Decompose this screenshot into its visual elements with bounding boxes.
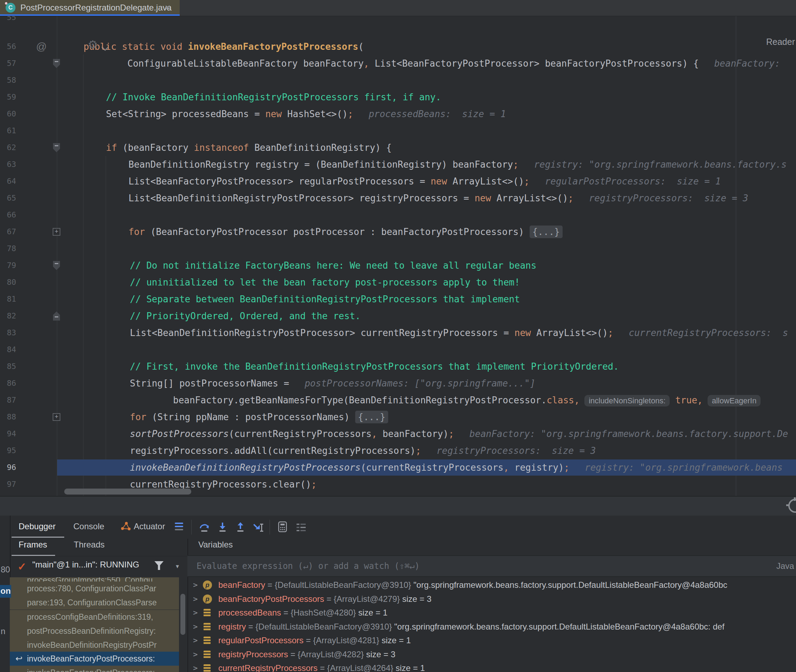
- expand-chevron-icon[interactable]: >: [193, 661, 197, 672]
- line-number[interactable]: 84: [0, 341, 16, 358]
- line-number[interactable]: 67: [0, 223, 16, 240]
- expand-chevron-icon[interactable]: >: [193, 620, 197, 634]
- code-line[interactable]: // uninitialized to let the bean factory…: [130, 274, 520, 291]
- line-number[interactable]: 78: [0, 240, 16, 257]
- expand-chevron-icon[interactable]: >: [193, 578, 197, 592]
- line-number[interactable]: 82: [0, 307, 16, 325]
- debugger-inline-hint: registryProcessors: size = 3: [437, 445, 596, 456]
- line-number[interactable]: 66: [0, 206, 16, 223]
- variable-row[interactable]: >currentRegistryProcessors = {ArrayList@…: [188, 661, 796, 672]
- code-line[interactable]: BeanDefinitionRegistry registry = (BeanD…: [128, 156, 786, 173]
- code-line[interactable]: invokeBeanDefinitionRegistryPostProcesso…: [130, 459, 783, 476]
- code-line[interactable]: if (beanFactory instanceof BeanDefinitio…: [106, 139, 392, 156]
- stack-frame-row[interactable]: invokeBeanFactoryPostProcessors:: [10, 666, 179, 672]
- code-line[interactable]: Set<String> processedBeans = new HashSet…: [106, 106, 506, 122]
- variable-row[interactable]: >pbeanFactoryPostProcessors = {ArrayList…: [188, 592, 796, 606]
- code-editor[interactable]: 5556@public static void invokeBeanFactor…: [0, 16, 796, 496]
- line-number[interactable]: 65: [0, 190, 16, 206]
- close-icon[interactable]: ×: [165, 0, 170, 16]
- line-number[interactable]: 56: [0, 38, 16, 55]
- code-line[interactable]: beanFactory.getBeanNamesForType(BeanDefi…: [173, 392, 761, 409]
- stack-frame-row[interactable]: postProcessBeanDefinitionRegistry:: [10, 624, 179, 638]
- code-line[interactable]: for (String ppName : postProcessorNames)…: [130, 409, 388, 426]
- line-number[interactable]: 87: [0, 392, 16, 409]
- expand-chevron-icon[interactable]: >: [193, 606, 197, 619]
- code-line[interactable]: List<BeanFactoryPostProcessor> regularPo…: [128, 173, 721, 190]
- code-line[interactable]: String[] postProcessorNames =postProcess…: [130, 375, 535, 392]
- code-line[interactable]: registryProcessors.addAll(currentRegistr…: [130, 442, 596, 459]
- line-number[interactable]: 97: [0, 476, 16, 493]
- gear-target-icon: [786, 504, 790, 506]
- line-number[interactable]: 60: [0, 106, 16, 122]
- expand-chevron-icon[interactable]: >: [193, 592, 197, 606]
- line-number[interactable]: 63: [0, 156, 16, 173]
- line-number[interactable]: 61: [0, 122, 16, 139]
- stack-frame-row[interactable]: process:780, ConfigurationClassPar: [10, 581, 179, 595]
- variable-row[interactable]: >processedBeans = {HashSet@4280} size = …: [188, 606, 796, 619]
- code-line[interactable]: sortPostProcessors(currentRegistryProces…: [130, 426, 788, 442]
- line-number[interactable]: 94: [0, 426, 16, 442]
- code-line[interactable]: List<BeanDefinitionRegistryPostProcessor…: [128, 190, 748, 206]
- vertical-scrollbar[interactable]: [180, 594, 185, 635]
- line-number[interactable]: 95: [0, 442, 16, 459]
- thread-selector[interactable]: "main"@1 in...in": RUNNING: [32, 560, 139, 570]
- inspection-gear-icon[interactable]: ⚙: [88, 39, 98, 50]
- stack-frame-row[interactable]: parse:193, ConfigurationClassParse: [10, 595, 179, 610]
- code-line[interactable]: ConfigurableListableBeanFactory beanFact…: [127, 55, 780, 72]
- stack-frame-row[interactable]: ↩invokeBeanFactoryPostProcessors:: [10, 652, 179, 666]
- horizontal-scrollbar[interactable]: [64, 488, 191, 494]
- fold-expand-icon[interactable]: +: [53, 228, 60, 236]
- code-line[interactable]: List<BeanDefinitionRegistryPostProcessor…: [130, 325, 788, 341]
- line-number[interactable]: 85: [0, 358, 16, 375]
- line-number[interactable]: 59: [0, 89, 16, 106]
- code-line[interactable]: // Invoke BeanDefinitionRegistryPostProc…: [106, 89, 441, 106]
- filter-funnel-icon[interactable]: [154, 561, 164, 570]
- code-line[interactable]: // PriorityOrdered, Ordered, and the res…: [130, 307, 360, 325]
- line-number[interactable]: 58: [0, 72, 16, 89]
- fold-marker-icon[interactable]: [53, 261, 60, 270]
- tab-threads[interactable]: Threads: [74, 534, 104, 556]
- fold-marker-icon[interactable]: [53, 312, 60, 320]
- line-number[interactable]: 64: [0, 173, 16, 190]
- evaluate-expression-icon[interactable]: [277, 521, 288, 533]
- line-number[interactable]: 62: [0, 139, 16, 156]
- annotation-gutter-icon[interactable]: @: [34, 38, 49, 55]
- code-line[interactable]: // Do not initialize FactoryBeans here: …: [130, 257, 536, 274]
- line-number[interactable]: 57: [0, 55, 16, 72]
- line-number[interactable]: 96: [0, 459, 16, 476]
- line-number[interactable]: 86: [0, 375, 16, 392]
- fold-expand-icon[interactable]: +: [53, 413, 60, 421]
- tab-frames[interactable]: Frames: [19, 534, 47, 556]
- code-line[interactable]: for (BeanFactoryPostProcessor postProces…: [128, 223, 563, 240]
- line-number[interactable]: 55: [0, 16, 16, 26]
- step-over-icon[interactable]: [199, 522, 210, 533]
- code-line[interactable]: public static void invokeBeanFactoryPost…: [83, 38, 364, 55]
- code-line[interactable]: // Separate between BeanDefinitionRegist…: [130, 291, 520, 307]
- chevron-down-icon[interactable]: ▼: [175, 563, 180, 569]
- variable-row[interactable]: >registryProcessors = {ArrayList@4282} s…: [188, 648, 796, 661]
- variable-row[interactable]: >pbeanFactory = {DefaultListableBeanFact…: [188, 578, 796, 592]
- fold-marker-icon[interactable]: [53, 143, 60, 152]
- line-number[interactable]: 79: [0, 257, 16, 274]
- variable-row[interactable]: >registry = {DefaultListableBeanFactory@…: [188, 620, 796, 634]
- layout-menu-icon[interactable]: [175, 523, 183, 532]
- line-number[interactable]: 80: [0, 274, 16, 291]
- line-number[interactable]: 81: [0, 291, 16, 307]
- evaluate-expression-input[interactable]: Evaluate expression (↵) or add a watch (…: [188, 555, 796, 577]
- editor-bottom-strip: [0, 496, 796, 517]
- line-number[interactable]: 88: [0, 409, 16, 426]
- line-number[interactable]: 83: [0, 325, 16, 341]
- tab-postprocessorregistrationdelegate[interactable]: C PostProcessorRegistrationDelegate.java…: [0, 0, 180, 16]
- run-to-cursor-icon[interactable]: [254, 522, 265, 533]
- stack-frame-row[interactable]: invokeBeanDefinitionRegistryPostPr: [10, 638, 179, 652]
- fold-marker-icon[interactable]: [53, 59, 60, 68]
- step-into-icon[interactable]: [217, 522, 228, 533]
- expand-chevron-icon[interactable]: >: [193, 648, 197, 661]
- expand-chevron-icon[interactable]: >: [193, 634, 197, 647]
- code-line[interactable]: // First, invoke the BeanDefinitionRegis…: [130, 358, 619, 375]
- step-out-icon[interactable]: [235, 522, 246, 533]
- settings-lines-icon[interactable]: [295, 522, 307, 533]
- tab-actuator[interactable]: Actuator: [134, 515, 165, 538]
- stack-frame-row[interactable]: processConfigBeanDefinitions:319,: [10, 610, 179, 624]
- variable-row[interactable]: >regularPostProcessors = {ArrayList@4281…: [188, 634, 796, 647]
